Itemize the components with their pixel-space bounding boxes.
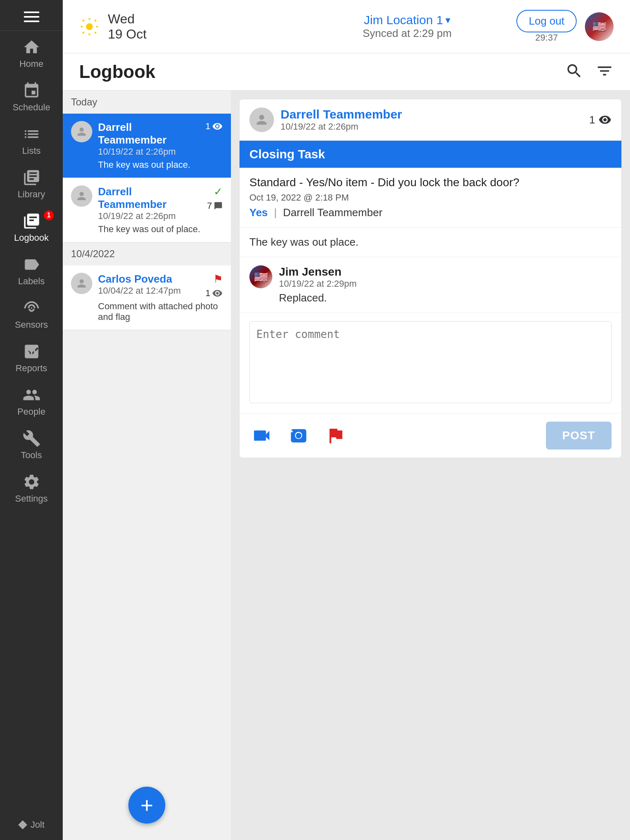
flag-button[interactable] — [323, 423, 348, 448]
header-right: Log out 29:37 🇺🇸 — [516, 10, 614, 43]
sidebar-label-people: People — [17, 406, 46, 417]
detail-author-name: Darrell Teammember — [281, 107, 402, 121]
entry-avatar — [71, 185, 92, 207]
comment-text: Replaced. — [279, 292, 612, 304]
entry-time: 10/19/22 at 2:26pm — [98, 146, 196, 157]
sidebar: Home Schedule Lists Library 1 Logbook La… — [0, 0, 63, 840]
top-header: Wed 19 Oct Jim Location 1 ▾ Synced at 2:… — [63, 0, 630, 53]
detail-author-avatar — [249, 107, 274, 132]
detail-card: Darrell Teammember 10/19/22 at 2:26pm 1 … — [239, 99, 622, 458]
entry-preview: The key was out of place. — [71, 224, 223, 235]
photo-button[interactable] — [286, 423, 311, 448]
location-name[interactable]: Jim Location 1 ▾ — [364, 13, 450, 27]
header-icons — [565, 62, 614, 82]
list-item[interactable]: Darrell Teammember 10/19/22 at 2:26pm 1 … — [63, 114, 231, 178]
video-button[interactable] — [249, 423, 274, 448]
date-text: Wed 19 Oct — [108, 11, 146, 42]
sidebar-label-tools: Tools — [21, 450, 42, 461]
sidebar-label-library: Library — [18, 189, 45, 200]
sidebar-item-library[interactable]: Library — [0, 161, 63, 205]
comment-input[interactable] — [249, 321, 612, 403]
location-area: Jim Location 1 ▾ Synced at 2:29 pm — [298, 13, 516, 40]
page-title: Logbook — [79, 62, 155, 82]
sidebar-label-reports: Reports — [16, 363, 47, 374]
list-panel: Today Darrell Teammember 10/19/22 at 2:2… — [63, 91, 231, 840]
task-answer: Yes | Darrell Teammember — [249, 206, 612, 219]
sidebar-label-logbook: Logbook — [14, 233, 48, 243]
content-area: Today Darrell Teammember 10/19/22 at 2:2… — [63, 91, 630, 840]
entry-text-section: The key was out place. — [240, 228, 621, 257]
sidebar-item-schedule[interactable]: Schedule — [0, 74, 63, 118]
sidebar-item-labels[interactable]: Labels — [0, 248, 63, 292]
entry-name: Darrell Teammember — [98, 185, 196, 211]
sidebar-item-lists[interactable]: Lists — [0, 118, 63, 161]
action-icons — [249, 423, 534, 448]
sidebar-label-schedule: Schedule — [13, 102, 50, 113]
sidebar-label-sensors: Sensors — [15, 320, 48, 330]
post-button[interactable]: POST — [546, 422, 612, 450]
entry-text: The key was out place. — [249, 236, 612, 249]
sidebar-item-sensors[interactable]: Sensors — [0, 292, 63, 335]
entry-preview: The key was out place. — [71, 160, 223, 170]
svg-point-0 — [86, 23, 93, 30]
entry-avatar — [71, 273, 92, 294]
search-icon[interactable] — [565, 62, 583, 82]
task-body: Standard - Yes/No item - Did you lock th… — [240, 168, 621, 228]
section-today: Today — [63, 91, 231, 114]
logout-button[interactable]: Log out — [516, 10, 577, 32]
task-header: Closing Task — [240, 141, 621, 168]
logbook-badge: 1 — [44, 210, 54, 220]
date-area: Wed 19 Oct — [79, 11, 298, 42]
sidebar-item-settings[interactable]: Settings — [0, 466, 63, 509]
entry-preview: Comment with attached photo and flag — [71, 301, 223, 322]
detail-header: Darrell Teammember 10/19/22 at 2:26pm 1 — [240, 99, 621, 141]
logout-timer: 29:37 — [516, 32, 577, 43]
main-area: Wed 19 Oct Jim Location 1 ▾ Synced at 2:… — [63, 0, 630, 840]
entry-name: Carlos Poveda — [98, 273, 196, 285]
commenter-name: Jim Jensen — [279, 265, 612, 278]
check-icon: ✓ — [214, 185, 223, 198]
detail-badge-area: 1 — [589, 113, 612, 126]
hamburger-icon — [24, 11, 39, 22]
sidebar-item-reports[interactable]: Reports — [0, 335, 63, 379]
commenter-time: 10/19/22 at 2:29pm — [279, 278, 612, 289]
list-item[interactable]: Carlos Poveda 10/04/22 at 12:47pm ⚑ 1 Co… — [63, 265, 231, 330]
sidebar-item-home[interactable]: Home — [0, 31, 63, 74]
sync-text: Synced at 2:29 pm — [363, 27, 452, 40]
entry-avatar — [71, 121, 92, 142]
entry-time: 10/19/22 at 2:26pm — [98, 211, 196, 221]
sidebar-label-lists: Lists — [22, 146, 41, 156]
sun-icon — [79, 16, 100, 37]
content-header: Logbook — [63, 53, 630, 91]
flag-icon: ⚑ — [213, 273, 223, 285]
comment-input-area — [240, 313, 621, 413]
add-entry-button[interactable]: + — [128, 787, 165, 824]
sidebar-label-settings: Settings — [15, 493, 48, 504]
sidebar-item-people[interactable]: People — [0, 379, 63, 422]
sidebar-item-logbook[interactable]: 1 Logbook — [0, 205, 63, 248]
detail-panel: Darrell Teammember 10/19/22 at 2:26pm 1 … — [231, 91, 630, 840]
section-oct4: 10/4/2022 — [63, 242, 231, 265]
hamburger-menu[interactable] — [0, 0, 63, 31]
filter-icon[interactable] — [596, 62, 614, 82]
detail-author-time: 10/19/22 at 2:26pm — [281, 121, 402, 132]
task-date: Oct 19, 2022 @ 2:18 PM — [249, 192, 612, 203]
entry-name: Darrell Teammember — [98, 121, 196, 146]
task-question: Standard - Yes/No item - Did you lock th… — [249, 176, 612, 189]
entry-badge: 1 — [205, 288, 223, 299]
comment-entry: 🇺🇸 Jim Jensen 10/19/22 at 2:29pm Replace… — [240, 257, 621, 313]
sidebar-label-home: Home — [19, 59, 43, 69]
jolt-diamond-icon — [18, 820, 27, 829]
entry-badge: 7 — [207, 201, 223, 211]
user-avatar: 🇺🇸 — [585, 12, 614, 41]
logout-area: Log out 29:37 — [516, 10, 577, 43]
commenter-avatar: 🇺🇸 — [249, 265, 272, 288]
list-item[interactable]: Darrell Teammember 10/19/22 at 2:26pm ✓ … — [63, 178, 231, 242]
comment-user-info: Jim Jensen 10/19/22 at 2:29pm Replaced. — [279, 265, 612, 304]
entry-badge: 1 — [205, 121, 223, 132]
sidebar-label-labels: Labels — [18, 276, 45, 287]
entry-time: 10/04/22 at 12:47pm — [98, 285, 196, 296]
sidebar-item-tools[interactable]: Tools — [0, 422, 63, 466]
jolt-brand: Jolt — [18, 810, 44, 840]
action-bar: POST — [240, 413, 621, 458]
